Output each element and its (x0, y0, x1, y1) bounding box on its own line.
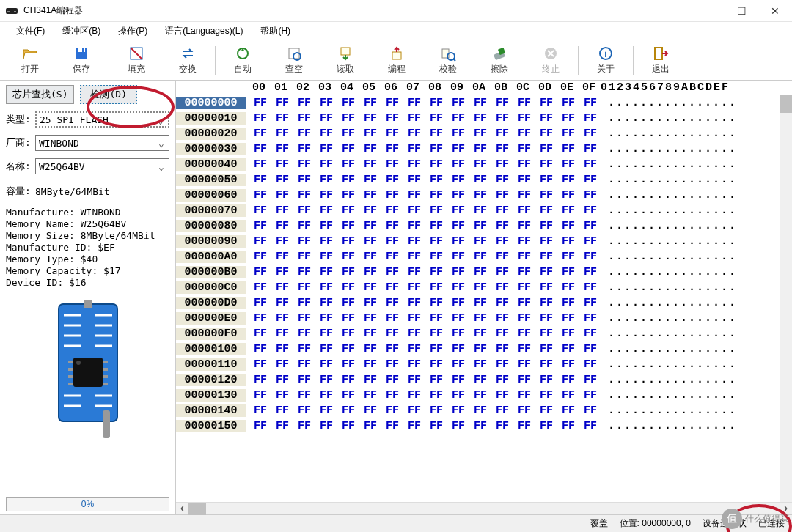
hex-byte[interactable]: FF (249, 174, 271, 186)
hex-byte[interactable]: FF (513, 251, 535, 263)
hex-byte[interactable]: FF (293, 328, 315, 340)
hex-byte[interactable]: FF (557, 281, 579, 294)
hex-byte[interactable]: FF (381, 328, 403, 340)
hex-byte[interactable]: FF (513, 404, 535, 417)
hex-row[interactable]: 00000140FFFFFFFFFFFFFFFFFFFFFFFFFFFFFFFF… (176, 403, 792, 418)
hex-byte[interactable]: FF (469, 128, 491, 140)
hex-byte[interactable]: FF (557, 158, 579, 171)
hex-byte[interactable]: FF (579, 420, 601, 432)
hex-byte[interactable]: FF (557, 128, 579, 140)
hex-byte[interactable]: FF (491, 358, 513, 371)
hex-byte[interactable]: FF (447, 128, 469, 140)
chip-search-button[interactable]: 芯片查找(S) (6, 85, 74, 104)
hex-byte[interactable]: FF (337, 389, 359, 402)
hex-byte[interactable]: FF (271, 112, 293, 125)
hex-byte[interactable]: FF (557, 235, 579, 248)
hex-byte[interactable]: FF (293, 204, 315, 217)
hex-byte[interactable]: FF (491, 328, 513, 340)
hex-byte[interactable]: FF (425, 189, 447, 202)
hex-byte[interactable]: FF (315, 251, 337, 263)
hex-byte[interactable]: FF (359, 389, 381, 402)
hex-byte[interactable]: FF (359, 189, 381, 202)
hex-byte[interactable]: FF (403, 112, 425, 125)
hex-byte[interactable]: FF (425, 251, 447, 263)
hex-byte[interactable]: FF (513, 328, 535, 340)
hex-byte[interactable]: FF (381, 312, 403, 325)
hex-byte[interactable]: FF (403, 220, 425, 232)
hex-byte[interactable]: FF (425, 112, 447, 125)
hex-byte[interactable]: FF (447, 358, 469, 371)
hex-byte[interactable]: FF (271, 158, 293, 171)
hex-byte[interactable]: FF (557, 343, 579, 355)
hex-byte[interactable]: FF (557, 174, 579, 186)
hex-byte[interactable]: FF (513, 174, 535, 186)
hex-byte[interactable]: FF (315, 189, 337, 202)
hex-byte[interactable]: FF (491, 112, 513, 125)
hex-byte[interactable]: FF (469, 374, 491, 386)
hex-byte[interactable]: FF (535, 281, 557, 294)
hex-row[interactable]: 00000130FFFFFFFFFFFFFFFFFFFFFFFFFFFFFFFF… (176, 388, 792, 403)
hex-byte[interactable]: FF (535, 251, 557, 263)
hex-byte[interactable]: FF (447, 204, 469, 217)
hex-byte[interactable]: FF (557, 297, 579, 309)
hex-byte[interactable]: FF (513, 281, 535, 294)
hex-byte[interactable]: FF (381, 220, 403, 232)
hex-byte[interactable]: FF (491, 266, 513, 278)
hex-byte[interactable]: FF (469, 281, 491, 294)
hex-byte[interactable]: FF (425, 420, 447, 432)
hex-byte[interactable]: FF (535, 404, 557, 417)
hex-byte[interactable]: FF (337, 204, 359, 217)
hex-byte[interactable]: FF (447, 251, 469, 263)
hex-byte[interactable]: FF (469, 420, 491, 432)
type-combo[interactable]: 25 SPI FLASH ⌄ (35, 111, 169, 128)
hex-byte[interactable]: FF (359, 97, 381, 109)
hex-byte[interactable]: FF (403, 97, 425, 109)
hex-byte[interactable]: FF (249, 281, 271, 294)
hex-byte[interactable]: FF (315, 389, 337, 402)
hex-byte[interactable]: FF (513, 97, 535, 109)
hex-byte[interactable]: FF (535, 158, 557, 171)
hex-byte[interactable]: FF (513, 358, 535, 371)
scrollbar-thumb[interactable] (780, 95, 792, 113)
hex-byte[interactable]: FF (535, 312, 557, 325)
hex-byte[interactable]: FF (271, 404, 293, 417)
hex-byte[interactable]: FF (271, 358, 293, 371)
hex-byte[interactable]: FF (271, 174, 293, 186)
hex-byte[interactable]: FF (491, 343, 513, 355)
toolbar-auto-button[interactable]: 自动 (217, 43, 268, 79)
hex-row[interactable]: 000000E0FFFFFFFFFFFFFFFFFFFFFFFFFFFFFFFF… (176, 311, 792, 326)
hex-byte[interactable]: FF (293, 343, 315, 355)
hex-byte[interactable]: FF (271, 312, 293, 325)
hex-byte[interactable]: FF (469, 343, 491, 355)
hex-byte[interactable]: FF (491, 220, 513, 232)
hex-byte[interactable]: FF (315, 420, 337, 432)
hex-row[interactable]: 00000080FFFFFFFFFFFFFFFFFFFFFFFFFFFFFFFF… (176, 218, 792, 234)
hex-byte[interactable]: FF (579, 389, 601, 402)
menu-buffer[interactable]: 缓冲区(B) (59, 23, 103, 39)
hex-byte[interactable]: FF (447, 189, 469, 202)
hex-byte[interactable]: FF (381, 343, 403, 355)
hex-byte[interactable]: FF (513, 128, 535, 140)
hex-byte[interactable]: FF (337, 404, 359, 417)
hex-byte[interactable]: FF (425, 266, 447, 278)
hex-byte[interactable]: FF (381, 97, 403, 109)
hex-byte[interactable]: FF (315, 158, 337, 171)
hex-byte[interactable]: FF (271, 143, 293, 155)
hex-byte[interactable]: FF (315, 404, 337, 417)
hex-byte[interactable]: FF (315, 266, 337, 278)
hex-byte[interactable]: FF (359, 297, 381, 309)
hex-byte[interactable]: FF (293, 97, 315, 109)
hex-byte[interactable]: FF (447, 420, 469, 432)
hex-row[interactable]: 000000F0FFFFFFFFFFFFFFFFFFFFFFFFFFFFFFFF… (176, 326, 792, 341)
hex-byte[interactable]: FF (469, 251, 491, 263)
hex-byte[interactable]: FF (491, 143, 513, 155)
hex-byte[interactable]: FF (337, 297, 359, 309)
hex-byte[interactable]: FF (249, 158, 271, 171)
hex-byte[interactable]: FF (403, 389, 425, 402)
hex-byte[interactable]: FF (491, 404, 513, 417)
hex-byte[interactable]: FF (315, 281, 337, 294)
hex-byte[interactable]: FF (579, 251, 601, 263)
vendor-combo[interactable]: WINBOND ⌄ (35, 135, 169, 151)
hex-byte[interactable]: FF (513, 343, 535, 355)
hex-byte[interactable]: FF (535, 143, 557, 155)
